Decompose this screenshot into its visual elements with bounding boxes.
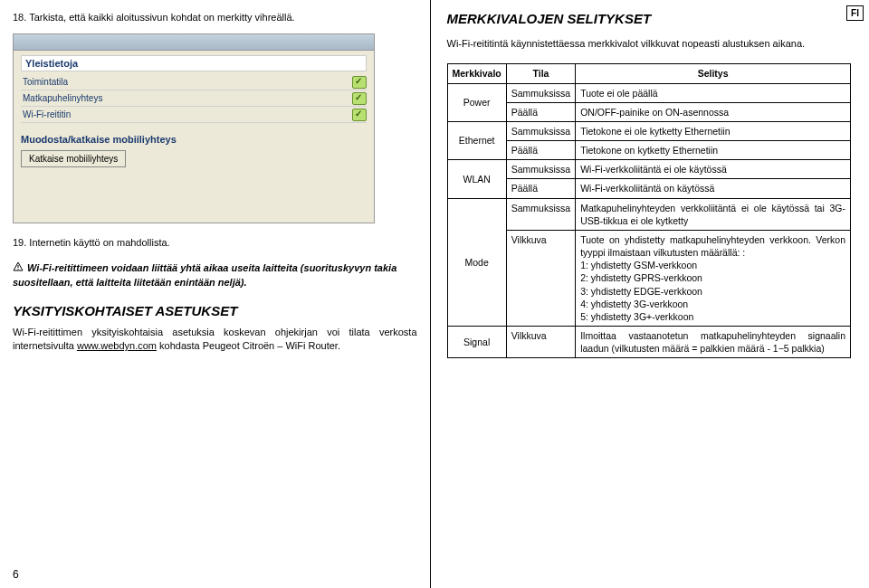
- warning-text: Wi-Fi-reitittimeen voidaan liittää yhtä …: [13, 262, 396, 288]
- webdyn-link[interactable]: www.webdyn.com: [77, 340, 157, 351]
- status-label: Matkapuhelinyhteys: [21, 93, 352, 103]
- para-text-b: kohdasta Peugeot Citroën – WiFi Router.: [157, 340, 340, 351]
- led-desc: Wi-Fi-verkkoliitäntä ei ole käytössä: [576, 160, 851, 179]
- led-desc: Tuote ei ole päällä: [576, 83, 851, 102]
- step-19: 19. Internetin käyttö on mahdollista.: [13, 236, 417, 250]
- th-desc: Selitys: [576, 64, 851, 83]
- led-desc: Tietokone on kytketty Ethernetiin: [576, 141, 851, 160]
- warning-note: Wi-Fi-reitittimeen voidaan liittää yhtä …: [13, 261, 417, 290]
- led-name: Ethernet: [447, 121, 506, 159]
- led-table: Merkkivalo Tila Selitys Power Sammuksiss…: [447, 63, 852, 358]
- led-desc: Tietokone ei ole kytketty Ethernetiin: [576, 121, 851, 140]
- table-row: Ethernet Sammuksissa Tietokone ei ole ky…: [447, 121, 851, 140]
- screenshot-panel: Yleistietoja Toimintatila Matkapuhelinyh…: [13, 33, 375, 223]
- check-icon: [352, 109, 367, 121]
- panel-section-title: Yleistietoja: [21, 55, 367, 71]
- led-name: Signal: [447, 327, 506, 358]
- disconnect-button[interactable]: Katkaise mobiiliyhteys: [21, 150, 126, 167]
- table-header-row: Merkkivalo Tila Selitys: [447, 64, 851, 83]
- detailed-settings-paragraph: Wi-Fi-reitittimen yksityiskohtaisia aset…: [13, 326, 417, 354]
- led-state: Päällä: [506, 102, 575, 121]
- table-row: WLAN Sammuksissa Wi-Fi-verkkoliitäntä ei…: [447, 160, 851, 179]
- led-name: Power: [447, 83, 506, 121]
- table-row: Päällä Wi-Fi-verkkoliitäntä on käytössä: [447, 179, 851, 198]
- window-titlebar: [14, 34, 374, 51]
- led-state: Sammuksissa: [506, 198, 575, 230]
- led-desc: Matkapuhelinyhteyden verkkoliitäntä ei o…: [576, 198, 851, 230]
- led-desc: ON/OFF-painike on ON-asennossa: [576, 102, 851, 121]
- led-name: WLAN: [447, 160, 506, 198]
- status-row: Toimintatila: [21, 74, 367, 90]
- led-state: Päällä: [506, 141, 575, 160]
- led-state: Vilkkuva: [506, 327, 575, 358]
- step-18: 18. Tarkista, että kaikki aloitussivun k…: [13, 11, 417, 24]
- led-state: Vilkkuva: [506, 230, 575, 326]
- led-state: Sammuksissa: [506, 160, 575, 179]
- led-state: Sammuksissa: [506, 121, 575, 140]
- led-desc: Wi-Fi-verkkoliitäntä on käytössä: [576, 179, 851, 198]
- led-desc: Tuote on yhdistetty matkapuhelinyhteyden…: [576, 230, 851, 326]
- th-state: Tila: [506, 64, 575, 83]
- table-row: Päällä ON/OFF-painike on ON-asennossa: [447, 102, 851, 121]
- led-intro: Wi-Fi-reititintä käynnistettäessa merkki…: [447, 37, 852, 51]
- language-tab: FI: [846, 5, 864, 21]
- check-icon: [352, 92, 367, 105]
- table-row: Vilkkuva Tuote on yhdistetty matkapuheli…: [447, 230, 851, 326]
- table-row: Signal Vilkkuva Ilmoittaa vastaanotetun …: [447, 327, 851, 358]
- led-state: Päällä: [506, 179, 575, 198]
- led-name: Mode: [447, 198, 506, 327]
- status-label: Toimintatila: [21, 77, 352, 87]
- page-number: 6: [13, 568, 19, 581]
- led-desc: Ilmoittaa vastaanotetun matkapuhelinyhte…: [576, 327, 851, 358]
- warning-icon: [13, 261, 24, 276]
- table-row: Päällä Tietokone on kytketty Ethernetiin: [447, 141, 851, 160]
- detailed-settings-heading: YKSITYISKOHTAISET ASETUKSET: [13, 303, 417, 318]
- led-state: Sammuksissa: [506, 83, 575, 102]
- led-explanation-heading: MERKKIVALOJEN SELITYKSET: [447, 11, 852, 26]
- check-icon: [352, 76, 367, 89]
- panel-subsection-title: Muodosta/katkaise mobiiliyhteys: [21, 134, 367, 145]
- status-row: Matkapuhelinyhteys: [21, 90, 367, 107]
- th-led: Merkkivalo: [447, 64, 506, 83]
- status-label: Wi-Fi-reititin: [21, 109, 352, 119]
- status-row: Wi-Fi-reititin: [21, 107, 367, 123]
- table-row: Mode Sammuksissa Matkapuhelinyhteyden ve…: [447, 198, 851, 230]
- svg-point-1: [17, 269, 18, 270]
- table-row: Power Sammuksissa Tuote ei ole päällä: [447, 83, 851, 102]
